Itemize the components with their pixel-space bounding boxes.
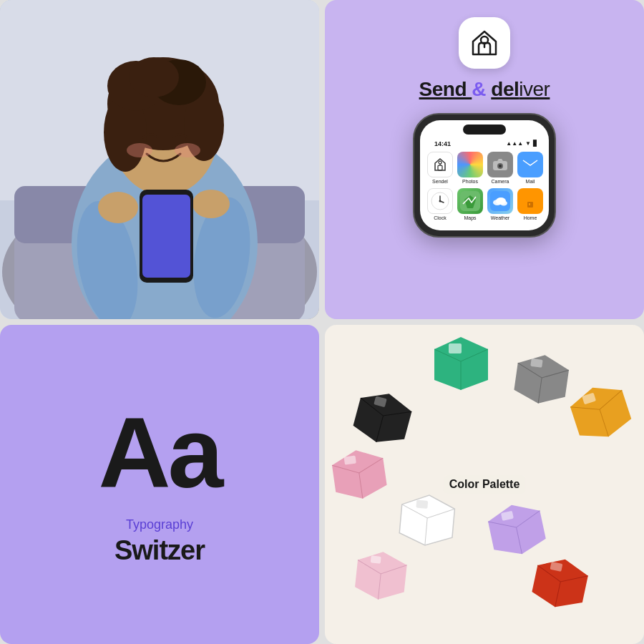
box-pink (325, 442, 394, 506)
svg-point-13 (129, 57, 179, 97)
app-icon-sendel: Sendel (427, 152, 453, 184)
palette-title: Color Palette (449, 478, 520, 490)
photo-background (0, 0, 319, 319)
box-light-pink (348, 545, 414, 605)
weather-label: Weather (491, 215, 509, 220)
app-quadrant: Send & deliver 14:41 ▲▲▲ ▼ ▊ Sendel (325, 0, 644, 319)
app-icon-maps: Maps (457, 188, 483, 220)
svg-point-15 (175, 143, 200, 157)
svg-point-19 (192, 190, 230, 218)
svg-point-18 (98, 192, 138, 223)
svg-point-30 (499, 165, 502, 167)
woman-photo (0, 0, 319, 319)
app-grid: Sendel Photos Camera Mai (424, 149, 545, 226)
typography-sample: Aa (99, 403, 221, 503)
app-icon-camera: Camera (487, 152, 513, 184)
font-name: Switzer (114, 535, 205, 566)
boxes-container: Color Palette (325, 325, 644, 644)
photo-quadrant (0, 0, 319, 319)
status-icons: ▲▲▲ ▼ ▊ (506, 140, 537, 147)
svg-rect-49 (416, 500, 428, 509)
svg-rect-25 (438, 165, 442, 170)
sendel-logo (470, 29, 499, 57)
phone-mockup: 14:41 ▲▲▲ ▼ ▊ Sendel Pho (413, 113, 556, 238)
app-logo-container (459, 17, 510, 69)
app-icon-home: Home (517, 188, 543, 220)
svg-rect-43 (529, 203, 530, 205)
app-icon-photos: Photos (457, 152, 483, 184)
app-icon-mail: Mail (517, 152, 543, 184)
svg-rect-22 (142, 195, 190, 278)
svg-rect-52 (370, 556, 381, 564)
svg-point-14 (127, 143, 152, 157)
app-icon-clock: Clock (427, 188, 453, 220)
svg-rect-31 (523, 160, 537, 170)
box-red (524, 549, 597, 617)
svg-point-26 (439, 161, 441, 164)
status-bar: 14:41 ▲▲▲ ▼ ▊ (424, 137, 545, 149)
svg-point-36 (439, 200, 441, 202)
palette-title-container: Color Palette (444, 475, 526, 494)
palette-quadrant: Color Palette (325, 325, 644, 644)
clock-label: Clock (434, 215, 447, 220)
app-icon-weather: Weather (487, 188, 513, 220)
box-green (427, 331, 495, 392)
typography-label: Typography (126, 517, 193, 532)
svg-rect-44 (449, 343, 462, 353)
svg-point-41 (500, 200, 507, 205)
typography-quadrant: Aa Typography Switzer (0, 325, 319, 644)
box-white (393, 488, 462, 551)
app-tagline: Send & deliver (419, 77, 550, 102)
phone-screen: 14:41 ▲▲▲ ▼ ▊ Sendel Pho (420, 120, 549, 230)
phone-notch (463, 125, 506, 135)
